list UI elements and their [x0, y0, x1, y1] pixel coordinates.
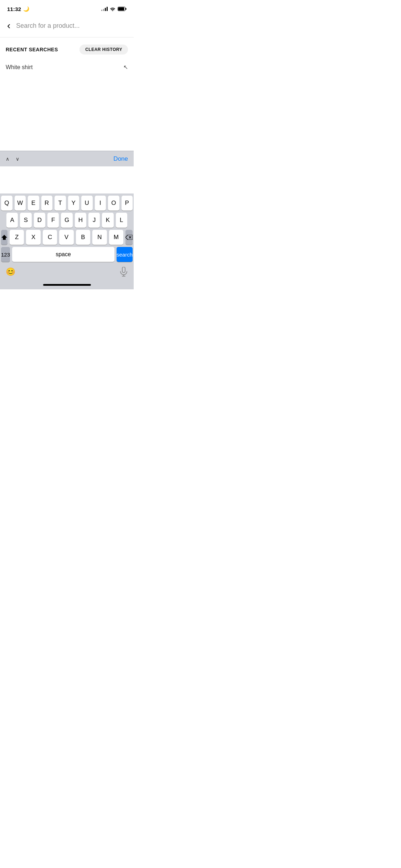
- key-j[interactable]: J: [88, 213, 100, 228]
- key-e[interactable]: E: [28, 196, 39, 211]
- battery-icon: [118, 7, 127, 11]
- signal-icon: [101, 7, 108, 11]
- svg-rect-2: [118, 7, 124, 11]
- shift-icon: [1, 234, 7, 241]
- key-a[interactable]: A: [6, 213, 18, 228]
- key-y[interactable]: Y: [68, 196, 79, 211]
- mic-icon[interactable]: [119, 267, 128, 277]
- space-key[interactable]: space: [12, 247, 114, 262]
- keyboard-row-2: A S D F G H J K L: [0, 211, 134, 228]
- svg-rect-1: [125, 8, 127, 10]
- back-button[interactable]: ‹: [6, 19, 12, 33]
- key-z[interactable]: Z: [10, 230, 24, 245]
- search-placeholder[interactable]: Search for a product...: [16, 22, 128, 30]
- key-x[interactable]: X: [26, 230, 40, 245]
- recent-item-text: White shirt: [6, 64, 33, 71]
- home-indicator: [0, 282, 134, 289]
- key-h[interactable]: H: [75, 213, 86, 228]
- recent-searches-header: RECENT SEARCHES CLEAR HISTORY: [0, 37, 134, 60]
- key-u[interactable]: U: [81, 196, 93, 211]
- wifi-icon: [110, 7, 115, 11]
- key-c[interactable]: C: [43, 230, 57, 245]
- keyboard-row-3: Z X C V B N M: [0, 228, 134, 245]
- clear-history-button[interactable]: CLEAR HISTORY: [79, 45, 128, 55]
- search-key[interactable]: search: [117, 247, 133, 262]
- key-v[interactable]: V: [59, 230, 73, 245]
- recent-searches-label: RECENT SEARCHES: [6, 47, 58, 52]
- status-icons: [101, 7, 127, 11]
- key-p[interactable]: P: [122, 196, 133, 211]
- accessory-arrows: ∧ ∨: [6, 156, 19, 162]
- key-l[interactable]: L: [116, 213, 127, 228]
- numbers-key[interactable]: 123: [1, 247, 10, 262]
- key-g[interactable]: G: [61, 213, 72, 228]
- key-q[interactable]: Q: [1, 196, 12, 211]
- status-time: 11:32: [7, 6, 21, 12]
- key-o[interactable]: O: [108, 196, 119, 211]
- key-s[interactable]: S: [20, 213, 31, 228]
- status-bar: 11:32 🌙: [0, 0, 134, 16]
- moon-icon: 🌙: [23, 6, 29, 12]
- key-n[interactable]: N: [92, 230, 107, 245]
- search-header: ‹ Search for a product...: [0, 16, 134, 37]
- key-k[interactable]: K: [102, 213, 113, 228]
- key-w[interactable]: W: [15, 196, 26, 211]
- keyboard-accessory: ∧ ∨ Done: [0, 151, 134, 166]
- svg-marker-3: [1, 235, 7, 240]
- backspace-icon: [125, 235, 133, 240]
- backspace-key[interactable]: [125, 230, 133, 245]
- keyboard-bottom-row: 😊: [0, 263, 134, 282]
- key-r[interactable]: R: [41, 196, 53, 211]
- up-arrow-icon[interactable]: ∧: [6, 156, 9, 162]
- key-t[interactable]: T: [55, 196, 66, 211]
- keyboard-row-1: Q W E R T Y U I O P: [0, 193, 134, 211]
- key-i[interactable]: I: [95, 196, 106, 211]
- shift-key[interactable]: [1, 230, 7, 245]
- key-f[interactable]: F: [47, 213, 59, 228]
- home-bar: [43, 284, 91, 286]
- svg-rect-6: [122, 267, 125, 273]
- key-d[interactable]: D: [34, 213, 45, 228]
- recent-item[interactable]: White shirt ↖: [0, 60, 134, 75]
- key-m[interactable]: M: [109, 230, 123, 245]
- arrow-up-left-icon: ↖: [123, 64, 128, 71]
- emoji-key[interactable]: 😊: [6, 267, 15, 277]
- keyboard-row-4: 123 space search: [0, 245, 134, 263]
- down-arrow-icon[interactable]: ∨: [16, 156, 19, 162]
- key-b[interactable]: B: [76, 230, 90, 245]
- keyboard: Q W E R T Y U I O P A S D F G H J K L Z …: [0, 193, 134, 289]
- done-button[interactable]: Done: [113, 155, 128, 162]
